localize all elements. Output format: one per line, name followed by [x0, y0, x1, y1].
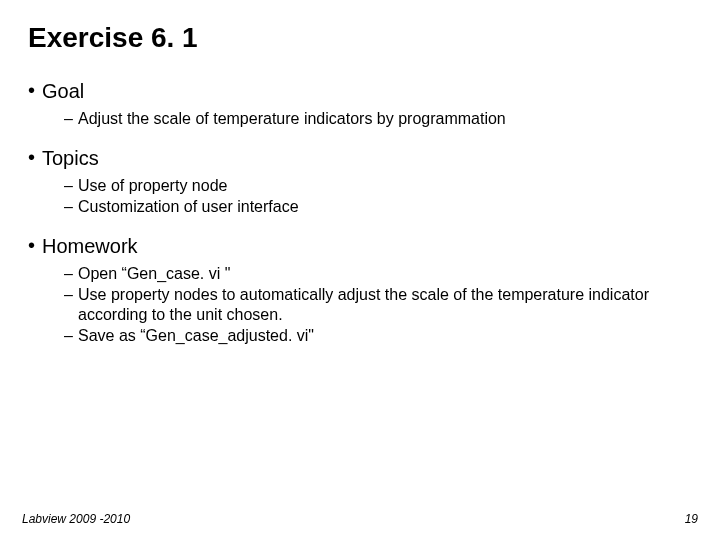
- list-item: Save as “Gen_case_adjusted. vi": [64, 326, 692, 346]
- footer-page-number: 19: [685, 512, 698, 526]
- list-item: Use of property node: [64, 176, 692, 196]
- section-topics: Topics Use of property node Customizatio…: [28, 147, 692, 217]
- list-item: Customization of user interface: [64, 197, 692, 217]
- footer-left: Labview 2009 -2010: [22, 512, 130, 526]
- slide-title: Exercise 6. 1: [28, 22, 692, 54]
- section-head-homework: Homework: [28, 235, 692, 258]
- list-item: Use property nodes to automatically adju…: [64, 285, 692, 326]
- section-homework: Homework Open “Gen_case. vi " Use proper…: [28, 235, 692, 346]
- list-item: Open “Gen_case. vi ": [64, 264, 692, 284]
- section-head-topics: Topics: [28, 147, 692, 170]
- section-items-goal: Adjust the scale of temperature indicato…: [28, 109, 692, 129]
- section-items-homework: Open “Gen_case. vi " Use property nodes …: [28, 264, 692, 346]
- section-head-goal: Goal: [28, 80, 692, 103]
- section-items-topics: Use of property node Customization of us…: [28, 176, 692, 217]
- list-item: Adjust the scale of temperature indicato…: [64, 109, 692, 129]
- section-goal: Goal Adjust the scale of temperature ind…: [28, 80, 692, 129]
